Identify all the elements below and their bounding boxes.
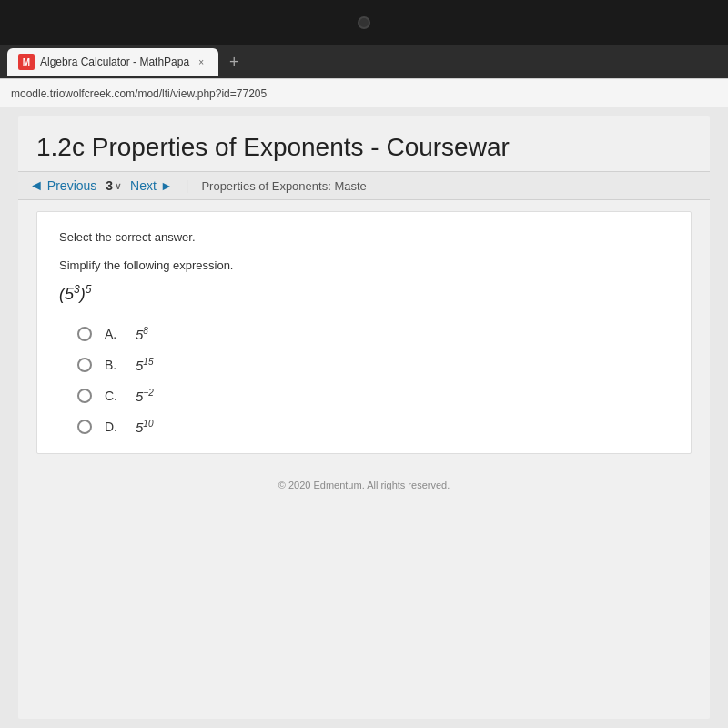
instruction-text: Select the correct answer. [59, 230, 669, 244]
dropdown-arrow-icon: ∨ [115, 181, 121, 191]
option-a-label: A. [105, 327, 123, 341]
option-b-value: 515 [136, 357, 153, 373]
option-d-label: D. [105, 420, 123, 434]
browser-chrome: M Algebra Calculator - MathPapa × + mood… [0, 46, 728, 107]
option-d[interactable]: D. 510 [77, 419, 669, 435]
nav-separator: | [186, 178, 189, 193]
page-content: 1.2c Properties of Exponents - Coursewar… [0, 107, 728, 728]
option-a-value: 58 [136, 326, 148, 342]
question-number-value: 3 [106, 178, 113, 193]
address-bar[interactable]: moodle.triowolfcreek.com/mod/lti/view.ph… [0, 78, 728, 107]
page-title: 1.2c Properties of Exponents - Coursewar [18, 116, 710, 171]
option-c[interactable]: C. 5−2 [77, 388, 669, 404]
previous-button[interactable]: ◄ Previous [29, 177, 96, 194]
question-text: Simplify the following expression. [59, 258, 669, 272]
radio-c[interactable] [77, 389, 92, 403]
option-b-label: B. [105, 358, 123, 372]
radio-a[interactable] [77, 327, 92, 341]
active-tab[interactable]: M Algebra Calculator - MathPapa × [7, 48, 218, 76]
radio-d[interactable] [77, 420, 92, 434]
next-label: Next [130, 178, 157, 193]
camera-bar [0, 0, 728, 46]
next-arrow-icon: ► [160, 178, 173, 193]
footer: © 2020 Edmentum. All rights reserved. [18, 465, 710, 505]
camera-dot [358, 16, 370, 29]
tab-close-button[interactable]: × [195, 56, 207, 68]
url-text: moodle.triowolfcreek.com/mod/lti/view.ph… [11, 87, 267, 100]
nav-context: Properties of Exponents: Maste [201, 179, 366, 193]
tab-favicon: M [18, 54, 35, 70]
quiz-content: Select the correct answer. Simplify the … [36, 211, 692, 454]
option-b[interactable]: B. 515 [77, 357, 669, 373]
previous-arrow-icon: ◄ [29, 177, 44, 194]
answer-options: A. 58 B. 515 C. 5−2 D. 510 [59, 326, 669, 435]
math-expression: (53)5 [59, 283, 669, 304]
tab-title: Algebra Calculator - MathPapa [40, 56, 189, 68]
navigation-bar: ◄ Previous 3 ∨ Next ► | Properties of Ex… [18, 171, 710, 200]
tab-bar: M Algebra Calculator - MathPapa × + [0, 46, 728, 78]
previous-label: Previous [47, 178, 96, 193]
option-c-value: 5−2 [136, 388, 154, 404]
question-number[interactable]: 3 ∨ [106, 178, 121, 193]
option-c-label: C. [105, 389, 123, 403]
page-inner: 1.2c Properties of Exponents - Coursewar… [18, 116, 710, 719]
radio-b[interactable] [77, 358, 92, 372]
option-a[interactable]: A. 58 [77, 326, 669, 342]
new-tab-button[interactable]: + [222, 53, 247, 72]
next-button[interactable]: Next ► [130, 178, 173, 193]
option-d-value: 510 [136, 419, 153, 435]
footer-text: © 2020 Edmentum. All rights reserved. [278, 480, 450, 490]
